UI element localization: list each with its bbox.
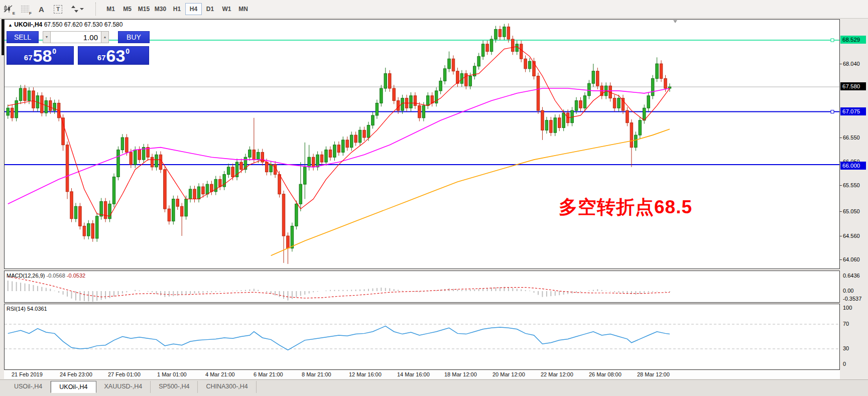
timeframe-m1[interactable]: M1 [102,3,119,15]
candle-body [270,165,273,172]
candle-body [410,96,413,108]
candle-body [622,98,625,111]
chart-symbol: UKOil-,H4 [14,21,42,28]
candle-body [516,44,519,52]
timeframe-w1[interactable]: W1 [218,3,235,15]
timeframe-mn[interactable]: MN [235,3,252,15]
candle-body [49,101,52,111]
time-axis-label: 21 Feb 2019 [12,371,43,377]
timeframe-h1[interactable]: H1 [169,3,185,15]
timeframe-h4[interactable]: H4 [185,3,202,15]
candle-body [117,150,120,177]
candle-body [507,27,510,40]
candle-body [490,39,493,52]
candle-body [626,110,629,123]
toolbar-separator [95,3,99,16]
price-level-label: 66.000 [840,162,866,170]
candle-body [583,96,586,108]
candle-body [291,226,294,248]
candle-body [418,105,421,118]
tab-usoilh4[interactable]: USOil-,H4 [6,381,51,393]
candle-body [62,118,65,145]
candle-body [197,187,200,199]
rsi-indicator-canvas[interactable] [4,304,840,370]
candle-body [79,206,82,226]
candle-body [639,120,642,135]
candle-body [651,78,654,95]
volume-increase-button[interactable]: ▲ [101,31,109,43]
candle-body [537,76,540,111]
candle-body [643,108,646,120]
sell-price-display[interactable]: 67 58 0 [7,46,74,65]
candle-body [231,167,234,177]
line-handle[interactable] [831,39,834,42]
tab-ukoilh4[interactable]: UKOil-,H4 [51,381,96,393]
candle-body [202,187,205,194]
candle-body [45,101,48,113]
trading-terminal-window: E F A T M1M5M15M30H1H4D1W1MN [0,0,868,396]
candle-body [100,201,103,216]
candle-body [299,184,302,204]
candle-body [481,44,484,57]
timeframe-m15[interactable]: M15 [136,3,152,15]
macd-axis-label: -0.3537 [843,296,861,302]
candle-body [443,69,446,81]
time-axis-label: 22 Mar 12:00 [541,371,573,377]
price-tick-dash [839,185,842,186]
candle-body [164,170,167,209]
buy-price-display[interactable]: 67 63 0 [78,46,149,65]
tab-xauusdh4[interactable]: XAUUSD-,H4 [96,381,151,393]
candle-body [647,96,650,108]
buy-button[interactable]: BUY [118,31,150,43]
line-handle[interactable] [831,110,834,113]
price-tick-label: 68.040 [843,61,860,67]
price-tick-dash [839,259,842,260]
sell-button[interactable]: SELL [7,31,39,43]
candle-body [295,204,298,226]
candle-body [121,138,124,150]
candle-body [630,123,633,148]
candle-body [452,59,455,71]
candle-body [265,162,268,172]
indicators-candles-icon[interactable]: E [0,2,17,16]
candle-body [126,138,129,152]
grid-icon[interactable]: F [17,2,33,16]
candle-body [367,125,370,138]
tab-sp500h4[interactable]: SP500-,H4 [151,381,198,393]
timeframe-m30[interactable]: M30 [152,3,169,15]
macd-indicator-canvas[interactable] [4,271,840,303]
time-axis-label: 28 Mar 12:00 [637,371,670,377]
arrange-windows-icon[interactable] [66,2,88,16]
timeframe-m5[interactable]: M5 [119,3,136,15]
price-tick-label: 64.560 [843,233,860,239]
moving-average-line [8,47,670,216]
candle-body [19,88,22,101]
moving-average-line [271,129,670,255]
candle-body [664,78,667,88]
text-box-icon[interactable]: T [50,2,66,16]
candle-body [210,184,213,192]
timeframe-d1[interactable]: D1 [202,3,218,15]
timeframe-group: M1M5M15M30H1H4D1W1MN [102,3,252,15]
macd-label: MACD(12,26,9) -0.0568 -0.0532 [7,273,85,279]
tab-china300h4[interactable]: CHINA300-,H4 [198,381,256,393]
candle-body [112,177,115,204]
candle-body [257,152,260,160]
volume-decrease-button[interactable]: ▼ [43,31,51,43]
candle-body [371,115,375,125]
candle-body [439,81,442,91]
candle-body [91,224,94,238]
candle-body [448,59,451,69]
text-label-icon[interactable]: A [33,2,50,16]
price-tick-label: 65.550 [843,182,860,188]
price-level-label: 67.075 [840,107,866,115]
volume-input[interactable] [51,31,101,43]
candle-body [550,120,553,133]
time-axis-label: 26 Mar 08:00 [589,371,622,377]
candle-body [227,167,230,175]
candle-body [261,152,264,162]
collapse-arrow-icon[interactable]: ▲ [8,23,13,28]
candle-body [249,150,252,158]
price-level-label: 68.529 [840,36,866,44]
candle-body [240,162,243,170]
